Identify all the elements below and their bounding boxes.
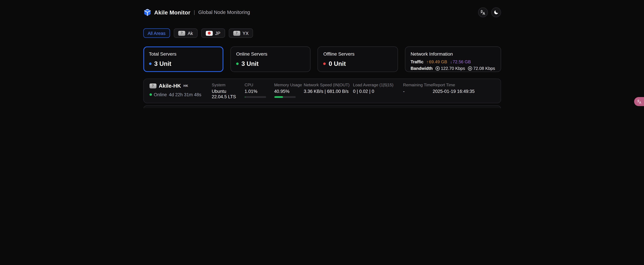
- status-text: Online: [154, 92, 167, 97]
- server-row-jp-bytevirt[interactable]: JP Bytevirt Online 1d 15h 54m 43s System…: [143, 105, 501, 108]
- stat-card-online-servers[interactable]: Online Servers 3 Unit: [230, 47, 311, 72]
- tab-jp[interactable]: JP: [201, 28, 225, 38]
- tab-yx[interactable]: ? YX: [228, 28, 253, 38]
- circle-down-arrow-icon: [468, 66, 472, 71]
- page-container: Akile Monitor | Global Node Monitoring: [143, 0, 501, 108]
- unknown-flag-icon: ?: [149, 83, 156, 88]
- down-arrow-icon: ↓: [450, 59, 452, 64]
- server-list: ? Akile-HK HK Online 4d 22h 31m 48s Syst…: [143, 79, 501, 108]
- system-column: System Ubuntu 22.04.5 LTS: [212, 83, 244, 99]
- tab-ak[interactable]: ? Ak: [174, 28, 198, 38]
- moon-icon: [493, 10, 499, 15]
- floating-translate-button[interactable]: [634, 97, 644, 106]
- tab-label: JP: [215, 31, 220, 36]
- cpu-column: CPU 1.01%: [244, 83, 274, 99]
- bandwidth-download: 72.08 Kbps: [468, 66, 495, 71]
- uptime-text: 4d 22h 31m 48s: [169, 92, 201, 97]
- app-subtitle: Global Node Monitoring: [198, 10, 250, 15]
- server-identity: ? Akile-HK HK Online 4d 22h 31m 48s: [149, 83, 212, 99]
- traffic-line: Traffic ↑69.49 GB ↓72.56 GB: [410, 59, 495, 64]
- memory-progress-bar: [274, 96, 296, 98]
- memory-column: Memory Usage 40.95%: [274, 83, 304, 99]
- network-speed-column: Network Speed (IN|OUT) 3.36 KB/s | 681.0…: [304, 83, 353, 99]
- bandwidth-upload: 122.70 Kbps: [436, 66, 465, 71]
- remaining-time-column: Remaining Time -: [403, 83, 433, 99]
- server-row-akile-hk[interactable]: ? Akile-HK HK Online 4d 22h 31m 48s Syst…: [143, 79, 501, 103]
- stat-title: Total Servers: [149, 51, 218, 56]
- blue-status-dot: [149, 62, 152, 65]
- traffic-download: ↓72.56 GB: [450, 59, 471, 64]
- circle-up-arrow-icon: [436, 66, 440, 71]
- traffic-label: Traffic: [410, 59, 424, 64]
- stat-value: 3 Unit: [154, 60, 172, 67]
- online-dot: [149, 93, 152, 96]
- tab-label: Ak: [188, 31, 193, 36]
- green-status-dot: [236, 62, 239, 65]
- stat-value: 0 Unit: [329, 60, 346, 67]
- cpu-progress-bar: [244, 96, 266, 98]
- akile-monitor-app: Akile Monitor | Global Node Monitoring: [0, 0, 644, 108]
- theme-toggle-button[interactable]: [491, 8, 501, 17]
- red-status-dot: [323, 62, 326, 65]
- server-name: Akile-HK: [159, 83, 181, 89]
- up-arrow-icon: ↑: [426, 59, 429, 64]
- japan-flag-icon: [206, 31, 213, 36]
- stat-title: Network Information: [410, 51, 495, 56]
- traffic-upload: ↑69.49 GB: [426, 59, 447, 64]
- server-region-tag: HK: [184, 84, 188, 88]
- language-toggle-button[interactable]: [478, 8, 488, 17]
- tab-all-areas[interactable]: All Areas: [143, 28, 170, 38]
- translate-icon: [636, 99, 642, 104]
- brand: Akile Monitor | Global Node Monitoring: [143, 8, 250, 17]
- app-header: Akile Monitor | Global Node Monitoring: [143, 8, 501, 17]
- unknown-flag-icon: ?: [178, 31, 185, 36]
- stat-value: 3 Unit: [242, 60, 258, 67]
- tab-label: YX: [242, 31, 248, 36]
- load-average-column: Load Average (1|5|15) 0 | 0.02 | 0: [353, 83, 403, 99]
- stat-title: Online Servers: [236, 51, 305, 56]
- stat-title: Offline Servers: [323, 51, 392, 56]
- stat-card-offline-servers[interactable]: Offline Servers 0 Unit: [318, 47, 398, 72]
- bandwidth-line: Bandwidth 122.70 Kbps 72.08 Kbp: [410, 66, 495, 71]
- translate-icon: [480, 9, 486, 16]
- app-title: Akile Monitor: [154, 9, 190, 16]
- area-tabs: All Areas ? Ak JP ? YX: [143, 28, 501, 38]
- title-separator: |: [194, 10, 195, 15]
- app-logo-icon: [143, 8, 151, 17]
- stat-card-total-servers[interactable]: Total Servers 3 Unit: [143, 47, 224, 72]
- bandwidth-label: Bandwidth: [410, 66, 432, 71]
- header-actions: [478, 8, 501, 17]
- stat-card-network-information[interactable]: Network Information Traffic ↑69.49 GB ↓7…: [405, 47, 501, 72]
- unknown-flag-icon: ?: [233, 31, 240, 36]
- report-time-column: Report Time 2025-01-19 16:49:35: [433, 83, 495, 99]
- stats-cards: Total Servers 3 Unit Online Servers 3 Un…: [143, 47, 501, 72]
- tab-label: All Areas: [148, 31, 165, 36]
